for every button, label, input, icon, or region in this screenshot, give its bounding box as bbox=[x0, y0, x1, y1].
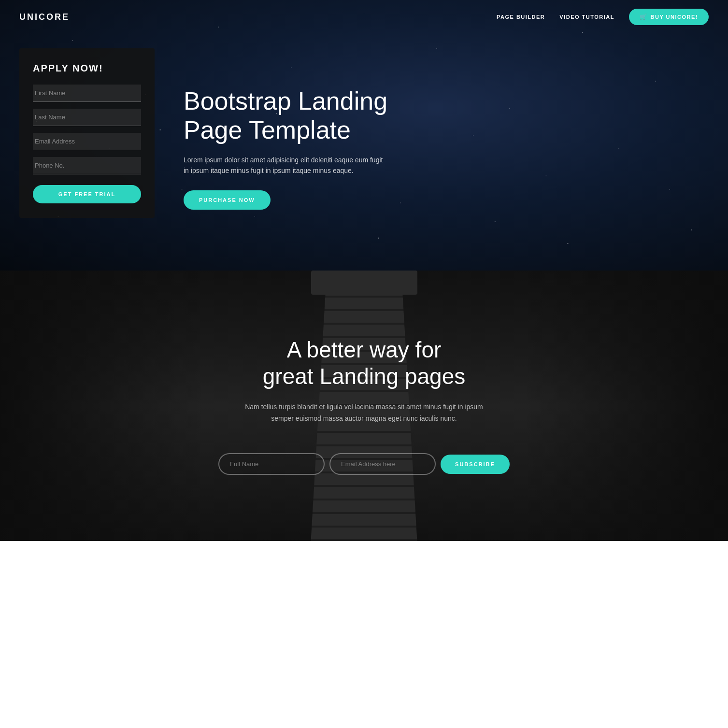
subscribe-form: SUBSCRIBE bbox=[218, 453, 510, 475]
buy-button[interactable]: 🛒 BUY UNICORE! bbox=[629, 9, 709, 25]
purchase-now-button[interactable]: PURCHASE NOW bbox=[184, 190, 271, 210]
hero-text: Bootstrap Landing Page Template Lorem ip… bbox=[184, 48, 435, 210]
nav-links: PAGE BUILDER VIDEO TUTORIAL 🛒 BUY UNICOR… bbox=[497, 9, 709, 25]
nav-video-tutorial[interactable]: VIDEO TUTORIAL bbox=[559, 14, 614, 20]
get-free-trial-button[interactable]: GET FREE TRIAL bbox=[33, 185, 141, 203]
phone-input[interactable] bbox=[33, 157, 141, 174]
hero-heading: Bootstrap Landing Page Template bbox=[184, 87, 435, 145]
lastname-input[interactable] bbox=[33, 109, 141, 126]
section2-content: A better way for great Landing pages Nam… bbox=[234, 337, 495, 425]
subscribe-email-input[interactable] bbox=[329, 453, 436, 475]
email-input[interactable] bbox=[33, 133, 141, 150]
brand-logo: UNICORE bbox=[19, 12, 70, 22]
hero-content: APPLY NOW! GET FREE TRIAL Bootstrap Land… bbox=[0, 34, 728, 247]
firstname-input[interactable] bbox=[33, 85, 141, 102]
hero-section: UNICORE PAGE BUILDER VIDEO TUTORIAL 🛒 BU… bbox=[0, 0, 728, 271]
apply-card: APPLY NOW! GET FREE TRIAL bbox=[19, 48, 155, 218]
navbar: UNICORE PAGE BUILDER VIDEO TUTORIAL 🛒 BU… bbox=[0, 0, 728, 34]
section2-description: Nam tellus turpis blandit et ligula vel … bbox=[234, 401, 495, 425]
apply-card-title: APPLY NOW! bbox=[33, 63, 141, 74]
hero-description: Lorem ipsum dolor sit amet adipisicing e… bbox=[184, 155, 386, 176]
cart-icon: 🛒 bbox=[640, 14, 648, 20]
subscribe-fullname-input[interactable] bbox=[218, 453, 325, 475]
section2-heading: A better way for great Landing pages bbox=[234, 337, 495, 390]
subscribe-button[interactable]: SUBSCRIBE bbox=[441, 455, 510, 474]
nav-page-builder[interactable]: PAGE BUILDER bbox=[497, 14, 545, 20]
escalator-section: A better way for great Landing pages Nam… bbox=[0, 271, 728, 541]
